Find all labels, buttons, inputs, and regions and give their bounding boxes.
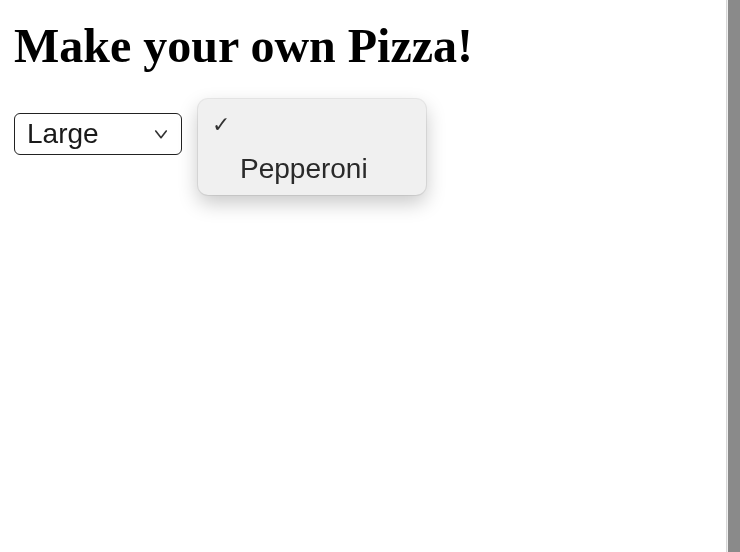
page-title: Make your own Pizza! [14, 18, 740, 73]
size-select-value: Large [27, 120, 99, 148]
checkmark-icon: ✓ [212, 112, 238, 138]
topping-dropdown[interactable]: ✓ Pepperoni [198, 99, 426, 195]
vertical-scrollbar[interactable] [726, 0, 740, 552]
chevron-down-icon [151, 124, 171, 144]
scrollbar-thumb[interactable] [728, 0, 740, 552]
dropdown-option-label: Pepperoni [240, 155, 368, 183]
size-select[interactable]: Large [14, 113, 182, 155]
dropdown-option-empty[interactable]: ✓ [198, 103, 426, 147]
controls-row: Large ✓ Pepperoni [14, 113, 740, 155]
dropdown-option-pepperoni[interactable]: Pepperoni [198, 147, 426, 191]
